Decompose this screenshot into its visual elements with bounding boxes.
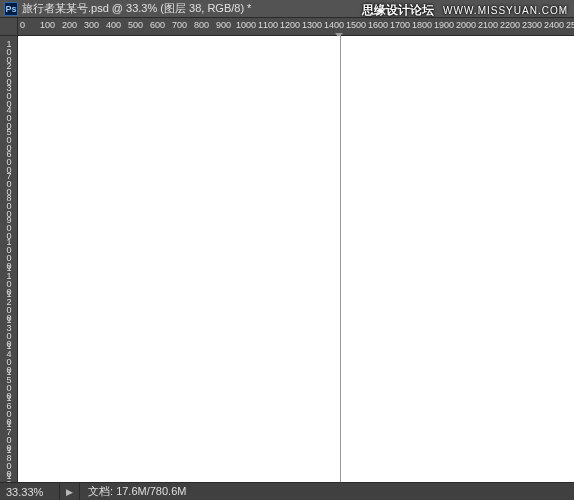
ruler-tick: 1300 [302, 20, 322, 30]
document-info[interactable]: 文档: 17.6M/780.6M [80, 484, 194, 499]
ruler-tick: 900 [216, 20, 231, 30]
ruler-tick: 1800 [412, 20, 432, 30]
ruler-vertical[interactable]: 1002003004005006007008009001000110012001… [0, 36, 18, 482]
ruler-tick: 1900 [3, 472, 15, 482]
ruler-tick: 1000 [236, 20, 256, 30]
ruler-tick: 0 [20, 20, 25, 30]
ruler-tick: 1600 [368, 20, 388, 30]
close-icon[interactable]: × [556, 2, 570, 16]
ruler-tick: 2400 [544, 20, 564, 30]
ruler-tick: 1200 [280, 20, 300, 30]
canvas[interactable] [18, 36, 574, 482]
ruler-tick: 1400 [324, 20, 344, 30]
ruler-tick: 2100 [478, 20, 498, 30]
ruler-tick: 2500 [566, 20, 574, 30]
document-titlebar: Ps 旅行者某某号.psd @ 33.3% (图层 38, RGB/8) * × [0, 0, 574, 18]
ruler-tick: 1900 [434, 20, 454, 30]
document-title: 旅行者某某号.psd @ 33.3% (图层 38, RGB/8) * [22, 1, 251, 16]
ruler-tick: 700 [172, 20, 187, 30]
vertical-guide[interactable] [340, 36, 341, 482]
ruler-tick: 300 [84, 20, 99, 30]
ruler-origin[interactable] [0, 18, 18, 36]
expand-icon[interactable]: ▶ [60, 483, 80, 500]
doc-label: 文档: [88, 485, 113, 497]
ruler-tick: 100 [40, 20, 55, 30]
ruler-tick: 1500 [346, 20, 366, 30]
ruler-tick: 600 [150, 20, 165, 30]
doc-value: 17.6M/780.6M [116, 485, 186, 497]
zoom-level[interactable]: 33.33% [0, 483, 60, 500]
ruler-tick: 400 [106, 20, 121, 30]
ruler-tick: 2300 [522, 20, 542, 30]
ruler-tick: 2200 [500, 20, 520, 30]
photoshop-icon: Ps [4, 2, 18, 16]
ruler-tick: 800 [194, 20, 209, 30]
ruler-tick: 200 [62, 20, 77, 30]
statusbar: 33.33% ▶ 文档: 17.6M/780.6M [0, 482, 574, 500]
ruler-tick: 1100 [258, 20, 278, 30]
ruler-tick: 500 [128, 20, 143, 30]
ruler-tick: 2000 [456, 20, 476, 30]
ruler-tick: 1700 [390, 20, 410, 30]
ruler-horizontal[interactable]: 0100200300400500600700800900100011001200… [18, 18, 574, 36]
